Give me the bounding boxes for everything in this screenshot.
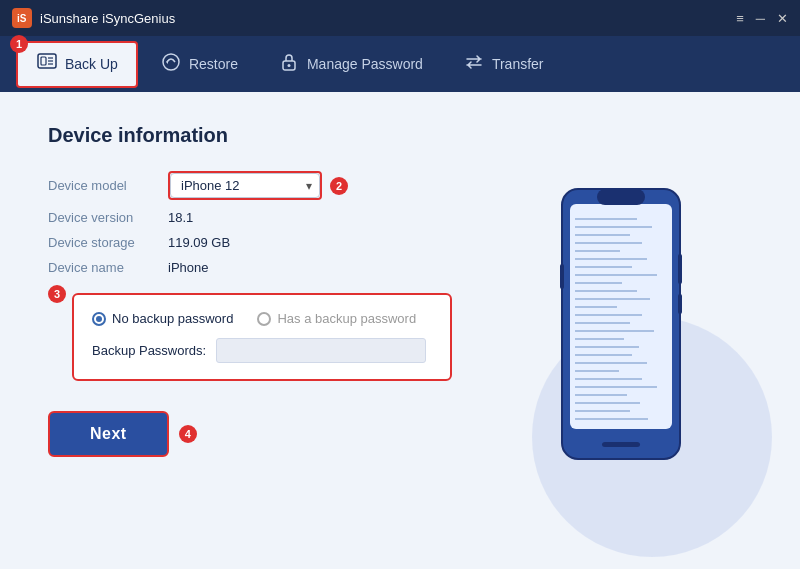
step-badge-4: 4 bbox=[179, 425, 197, 443]
password-section: No backup password Has a backup password… bbox=[72, 293, 452, 381]
transfer-icon bbox=[463, 51, 485, 78]
device-name-value: iPhone bbox=[168, 260, 208, 275]
step-badge-2: 2 bbox=[330, 177, 348, 195]
phone-illustration bbox=[542, 184, 702, 478]
next-btn-row: Next 4 bbox=[48, 411, 492, 457]
radio-no-backup-circle bbox=[92, 312, 106, 326]
app-title: iSunshare iSyncGenius bbox=[40, 11, 175, 26]
radio-no-backup[interactable]: No backup password bbox=[92, 311, 233, 326]
titlebar: iS iSunshare iSyncGenius ≡ ─ ✕ bbox=[0, 0, 800, 36]
password-section-row: 3 No backup password Has a backup passwo… bbox=[48, 285, 492, 401]
right-panel bbox=[492, 124, 752, 537]
navbar: 1 Back Up Restore bbox=[0, 36, 800, 92]
titlebar-left: iS iSunshare iSyncGenius bbox=[12, 8, 175, 28]
svg-rect-41 bbox=[678, 254, 682, 284]
close-button[interactable]: ✕ bbox=[777, 11, 788, 26]
backup-pass-row: Backup Passwords: bbox=[92, 338, 432, 363]
device-storage-row: Device storage 119.09 GB bbox=[48, 235, 492, 250]
select-wrapper: iPhone 12 bbox=[168, 171, 322, 200]
menu-icon[interactable]: ≡ bbox=[736, 11, 744, 26]
has-backup-label: Has a backup password bbox=[277, 311, 416, 326]
nav-label-manage-password: Manage Password bbox=[307, 56, 423, 72]
nav-label-restore: Restore bbox=[189, 56, 238, 72]
left-panel: Device information Device model iPhone 1… bbox=[48, 124, 492, 537]
next-button[interactable]: Next bbox=[48, 411, 169, 457]
svg-text:iS: iS bbox=[17, 13, 27, 24]
svg-rect-14 bbox=[602, 442, 640, 447]
radio-row: No backup password Has a backup password bbox=[92, 311, 432, 326]
section-title: Device information bbox=[48, 124, 492, 147]
radio-has-backup-circle bbox=[257, 312, 271, 326]
restore-icon bbox=[160, 51, 182, 78]
device-model-select[interactable]: iPhone 12 bbox=[170, 173, 320, 198]
svg-point-7 bbox=[163, 54, 179, 70]
titlebar-controls: ≡ ─ ✕ bbox=[736, 11, 788, 26]
backup-icon bbox=[36, 51, 58, 78]
device-storage-value: 119.09 GB bbox=[168, 235, 230, 250]
nav-item-backup[interactable]: 1 Back Up bbox=[16, 41, 138, 88]
step-badge-3: 3 bbox=[48, 285, 66, 303]
nav-item-manage-password[interactable]: Manage Password bbox=[260, 43, 441, 86]
device-model-row: Device model iPhone 12 2 bbox=[48, 171, 492, 200]
device-name-label: Device name bbox=[48, 260, 168, 275]
step-badge-1: 1 bbox=[10, 35, 28, 53]
nav-label-backup: Back Up bbox=[65, 56, 118, 72]
app-icon: iS bbox=[12, 8, 32, 28]
radio-has-backup[interactable]: Has a backup password bbox=[257, 311, 416, 326]
device-name-row: Device name iPhone bbox=[48, 260, 492, 275]
svg-rect-13 bbox=[597, 189, 645, 205]
no-backup-label: No backup password bbox=[112, 311, 233, 326]
device-version-label: Device version bbox=[48, 210, 168, 225]
svg-marker-8 bbox=[166, 60, 168, 64]
device-storage-label: Device storage bbox=[48, 235, 168, 250]
main-content: Device information Device model iPhone 1… bbox=[0, 92, 800, 569]
svg-point-10 bbox=[287, 64, 290, 67]
nav-item-restore[interactable]: Restore bbox=[142, 43, 256, 86]
svg-rect-42 bbox=[678, 294, 682, 314]
backup-passwords-label: Backup Passwords: bbox=[92, 343, 206, 358]
nav-item-transfer[interactable]: Transfer bbox=[445, 43, 562, 86]
manage-password-icon bbox=[278, 51, 300, 78]
device-model-wrapper: iPhone 12 2 bbox=[168, 171, 348, 200]
backup-passwords-input[interactable] bbox=[216, 338, 426, 363]
minimize-button[interactable]: ─ bbox=[756, 11, 765, 26]
nav-label-transfer: Transfer bbox=[492, 56, 544, 72]
svg-rect-3 bbox=[41, 57, 46, 65]
device-version-row: Device version 18.1 bbox=[48, 210, 492, 225]
device-model-label: Device model bbox=[48, 178, 168, 193]
svg-rect-43 bbox=[560, 264, 564, 289]
phone-svg bbox=[542, 184, 702, 474]
device-version-value: 18.1 bbox=[168, 210, 193, 225]
